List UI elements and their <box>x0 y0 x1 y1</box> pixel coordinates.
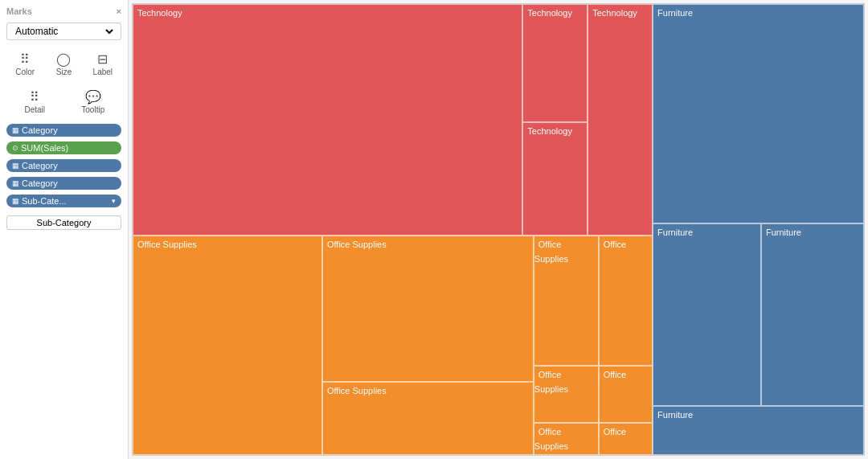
pill-sum-label: SUM(Sales) <box>21 143 68 153</box>
tile-label-t10: Office Supplies <box>323 383 391 398</box>
treemap: TechnologyTechnologyTechnologyTechnology… <box>133 4 864 455</box>
detail-icon: ⠿ <box>30 89 39 105</box>
pill-sum-sales[interactable]: ⊙ SUM(Sales) <box>6 141 121 154</box>
marks-close[interactable]: × <box>117 6 121 16</box>
treemap-tile-t10[interactable]: Office Supplies <box>322 382 534 455</box>
tooltip-label: Tooltip <box>81 105 104 114</box>
marks-icon-group: ⠿ Color ◯ Size ⊟ Label <box>6 48 121 80</box>
tile-label-t6: Furniture <box>653 225 697 240</box>
treemap-tile-t8[interactable]: Office Supplies <box>133 236 322 455</box>
pill-sum-icon: ⊙ <box>12 144 18 152</box>
label-label: Label <box>93 68 113 76</box>
detail-button[interactable]: ⠿ Detail <box>6 86 63 117</box>
pill-category-2-icon: ▦ <box>12 162 19 170</box>
tile-label-t2: Technology <box>523 6 576 20</box>
treemap-tile-t7[interactable]: Furniture <box>761 223 864 406</box>
pill-sub-cate-label: Sub-Cate... <box>22 196 67 206</box>
treemap-tile-t2[interactable]: Technology <box>522 4 588 122</box>
treemap-tile-t14[interactable]: Office <box>599 366 653 423</box>
treemap-tile-t11[interactable]: Office Supplies <box>534 236 599 366</box>
pill-sub-cate-dropdown-icon: ▾ <box>112 197 116 205</box>
tile-label-t8: Office Supplies <box>133 237 201 252</box>
label-icon: ⊟ <box>97 51 108 67</box>
marks-type-dropdown[interactable]: Automatic <box>6 23 121 40</box>
tile-label-t15: Office Supplies <box>534 424 572 453</box>
treemap-tile-t13[interactable]: Office Supplies <box>534 366 599 423</box>
marks-header: Marks × <box>6 6 121 16</box>
tile-label-t7: Furniture <box>762 225 805 240</box>
treemap-tile-t4[interactable]: Technology <box>522 122 588 236</box>
tile-label-t1: Technology <box>133 6 186 20</box>
sidebar: Marks × Automatic ⠿ Color ◯ Size ⊟ Label… <box>0 0 129 459</box>
treemap-tile-t12[interactable]: Office <box>599 236 653 366</box>
size-icon: ◯ <box>56 51 71 67</box>
pill-sub-cate-icon: ▦ <box>12 197 19 205</box>
tooltip-icon: 💬 <box>85 89 101 105</box>
marks-detail-row: ⠿ Detail 💬 Tooltip <box>6 86 121 117</box>
chart-area: TechnologyTechnologyTechnologyTechnology… <box>132 3 865 456</box>
color-icon: ⠿ <box>20 51 30 67</box>
tile-label-t3: Technology <box>588 6 641 20</box>
tile-label-t13: Office Supplies <box>534 367 572 396</box>
size-button[interactable]: ◯ Size <box>45 48 82 80</box>
tile-label-t9: Office Supplies <box>323 237 391 252</box>
pill-category-2-label: Category <box>22 161 58 170</box>
treemap-tile-t1[interactable]: Technology <box>133 4 522 236</box>
sub-category-button[interactable]: Sub-Category <box>6 215 121 230</box>
pill-category-2[interactable]: ▦ Category <box>6 159 121 172</box>
detail-label: Detail <box>24 105 45 114</box>
tile-label-t5: Furniture <box>653 6 697 20</box>
tile-label-t16: Office <box>600 424 631 439</box>
treemap-tile-t5[interactable]: Furniture <box>653 4 864 223</box>
marks-type-select[interactable]: Automatic <box>12 25 116 38</box>
treemap-tile-t9[interactable]: Office Supplies <box>322 236 534 382</box>
label-button[interactable]: ⊟ Label <box>84 48 121 80</box>
tile-label-t4: Technology <box>523 124 576 138</box>
pill-category-3[interactable]: ▦ Category <box>6 177 121 190</box>
tile-label-t14: Office <box>600 367 631 382</box>
treemap-tile-t15[interactable]: Office Supplies <box>534 423 599 455</box>
pill-category-1[interactable]: ▦ Category <box>6 124 121 137</box>
tile-label-t12: Office <box>600 237 631 252</box>
color-label: Color <box>15 68 35 76</box>
treemap-tile-t16[interactable]: Office <box>599 423 653 455</box>
color-button[interactable]: ⠿ Color <box>6 48 43 80</box>
pill-category-3-icon: ▦ <box>12 179 19 187</box>
treemap-tile-t6[interactable]: Furniture <box>653 223 761 406</box>
pill-sub-cate[interactable]: ▦ Sub-Cate... ▾ <box>6 195 121 207</box>
size-label: Size <box>56 68 72 76</box>
tooltip-button[interactable]: 💬 Tooltip <box>65 86 122 117</box>
marks-title: Marks <box>6 6 32 16</box>
pill-category-1-icon: ▦ <box>12 126 19 134</box>
pill-category-3-label: Category <box>22 178 58 188</box>
treemap-tile-t3[interactable]: Technology <box>588 4 653 236</box>
treemap-tile-t17[interactable]: Furniture <box>653 406 864 455</box>
pill-category-1-label: Category <box>22 125 58 135</box>
tile-label-t17: Furniture <box>653 408 697 422</box>
tile-label-t11: Office Supplies <box>534 237 572 266</box>
